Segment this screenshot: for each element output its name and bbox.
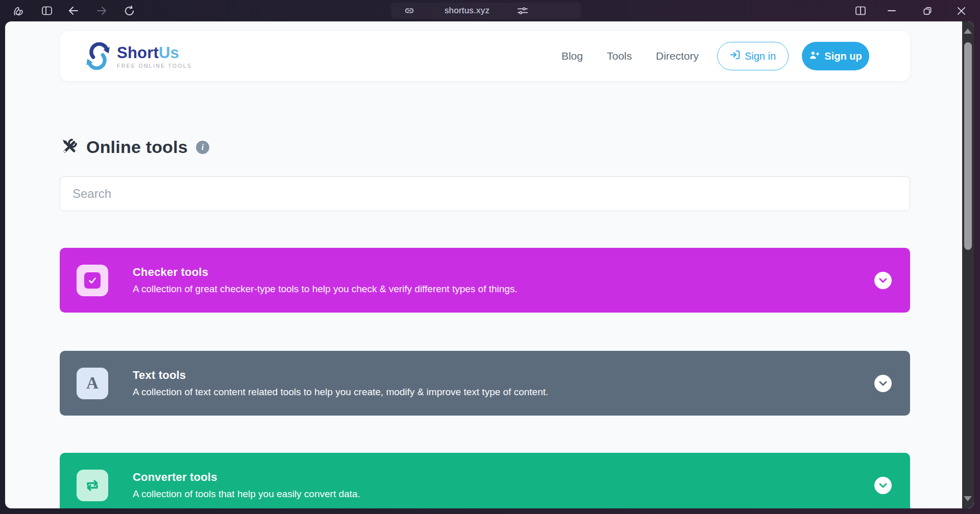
card-title: Text tools: [133, 369, 548, 382]
nav-link-tools[interactable]: Tools: [607, 50, 632, 62]
sign-up-label: Sign up: [824, 50, 862, 62]
back-icon[interactable]: [67, 5, 80, 17]
category-card-checker-tools[interactable]: Checker tools A collection of great chec…: [60, 248, 910, 313]
category-card-text-tools[interactable]: A Text tools A collection of text conten…: [60, 351, 910, 416]
restore-icon[interactable]: [921, 5, 934, 17]
card-description: A collection of great checker-type tools…: [133, 284, 518, 295]
sign-in-icon: [730, 49, 741, 63]
card-description: A collection of text content related too…: [133, 387, 548, 398]
info-icon[interactable]: i: [196, 141, 209, 154]
category-card-converter-tools[interactable]: Converter tools A collection of tools th…: [60, 453, 910, 508]
logo-name-secondary: Us: [159, 44, 179, 62]
expand-chevron-icon[interactable]: [874, 272, 892, 289]
tune-icon[interactable]: [517, 5, 529, 17]
expand-chevron-icon[interactable]: [874, 375, 892, 392]
font-letter-icon: A: [77, 368, 108, 399]
sign-in-button[interactable]: Sign in: [717, 42, 789, 70]
logo-text: ShortUs FREE ONLINE TOOLS: [117, 44, 192, 69]
page-viewport: ShortUs FREE ONLINE TOOLS Blog Tools Dir…: [5, 21, 974, 508]
scroll-down-arrow-icon[interactable]: [964, 496, 972, 501]
logo-tagline: FREE ONLINE TOOLS: [117, 63, 192, 69]
reload-icon[interactable]: [123, 5, 135, 17]
exchange-arrows-icon: [77, 470, 108, 501]
close-icon[interactable]: [955, 5, 967, 17]
card-title: Checker tools: [133, 266, 518, 279]
forward-icon[interactable]: [95, 5, 108, 17]
site-header: ShortUs FREE ONLINE TOOLS Blog Tools Dir…: [60, 31, 910, 81]
link-icon[interactable]: [403, 5, 415, 17]
card-body: Checker tools A collection of great chec…: [133, 266, 518, 295]
card-body: Text tools A collection of text content …: [133, 369, 548, 398]
screwdriver-wrench-icon: [61, 138, 78, 157]
main-nav: Blog Tools Directory: [561, 50, 699, 62]
check-square-icon: [77, 265, 108, 296]
sign-up-icon: [809, 50, 820, 63]
card-title: Converter tools: [133, 471, 360, 484]
scroll-up-arrow-icon[interactable]: [964, 29, 972, 34]
nav-link-directory[interactable]: Directory: [656, 50, 699, 62]
card-description: A collection of tools that help you easi…: [133, 489, 360, 500]
minimize-icon[interactable]: [886, 5, 898, 17]
zen-logo-icon[interactable]: [12, 5, 24, 17]
browser-titlebar: shortus.xyz: [0, 0, 980, 21]
logo-name-primary: Short: [117, 44, 159, 62]
sign-up-button[interactable]: Sign up: [802, 42, 869, 70]
scrollbar-thumb[interactable]: [964, 42, 972, 250]
letter-a-glyph: A: [86, 374, 99, 393]
search-input[interactable]: [60, 176, 910, 211]
sidebar-toggle-icon[interactable]: [41, 5, 53, 17]
scrollbar[interactable]: [962, 21, 974, 508]
page-title: Online tools: [86, 137, 188, 157]
shortus-logo-icon: [84, 42, 112, 70]
split-view-icon[interactable]: [854, 5, 867, 17]
sign-in-label: Sign in: [745, 50, 776, 62]
expand-chevron-icon[interactable]: [874, 477, 892, 494]
url-domain[interactable]: shortus.xyz: [429, 6, 505, 16]
site-logo[interactable]: ShortUs FREE ONLINE TOOLS: [84, 42, 192, 70]
card-body: Converter tools A collection of tools th…: [133, 471, 360, 500]
nav-link-blog[interactable]: Blog: [561, 50, 583, 62]
page-heading-row: Online tools i: [61, 137, 209, 157]
